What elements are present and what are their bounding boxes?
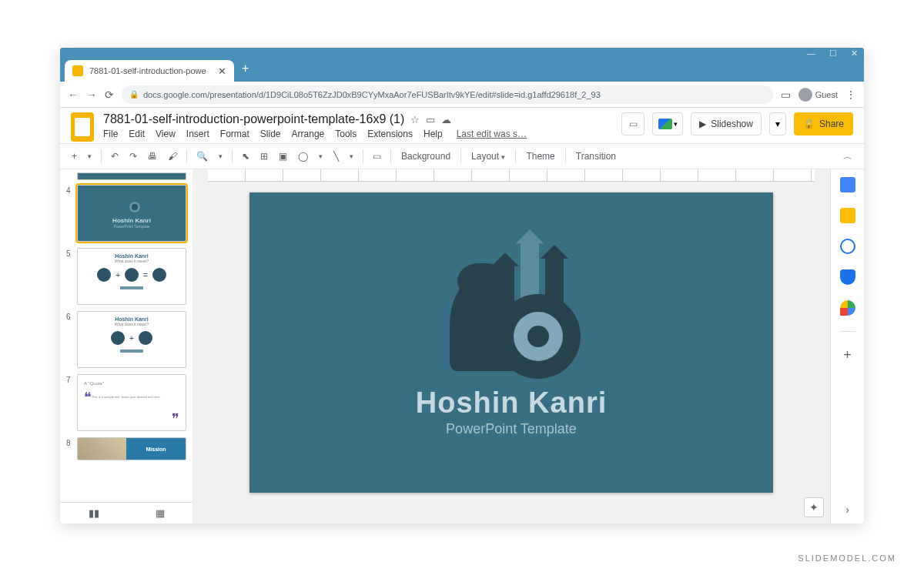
paint-format-button[interactable]: 🖌: [164, 149, 181, 164]
install-app-icon[interactable]: ▭: [781, 89, 791, 101]
slide-thumb-partial[interactable]: [77, 172, 186, 180]
separator: [565, 149, 566, 163]
menu-slide[interactable]: Slide: [260, 129, 281, 139]
target-icon: [496, 294, 581, 379]
filmstrip[interactable]: 4 Hoshin Kanri PowerPoint Template 5 Hos…: [60, 169, 192, 523]
play-icon: ▶: [699, 119, 706, 129]
meet-button[interactable]: ▾: [652, 112, 683, 135]
zoom-button[interactable]: 🔍: [192, 149, 212, 164]
new-slide-button[interactable]: +: [68, 149, 81, 164]
shape-tool[interactable]: ◯: [294, 149, 312, 164]
close-tab-icon[interactable]: ✕: [218, 65, 226, 77]
slide-thumb-5[interactable]: 5 Hoshin Kanri What does it mean? +=: [66, 248, 186, 305]
select-tool[interactable]: ⬉: [238, 149, 253, 164]
zoom-caret[interactable]: ▾: [215, 150, 226, 162]
close-window-button[interactable]: ✕: [851, 49, 858, 59]
tab-title: 7881-01-self-introduction-powe: [89, 66, 212, 75]
slides-logo-icon[interactable]: [71, 112, 94, 142]
grid-view-button[interactable]: ▦: [156, 507, 165, 519]
menu-file[interactable]: File: [103, 129, 118, 139]
new-slide-caret[interactable]: ▾: [84, 150, 95, 162]
lock-icon: 🔒: [129, 90, 139, 99]
undo-button[interactable]: ↶: [107, 149, 122, 164]
collapse-toolbar-button[interactable]: ︿: [839, 148, 856, 166]
slideshow-options-button[interactable]: ▾: [769, 112, 786, 135]
address-bar-row: ← → ⟳ 🔒 docs.google.com/presentation/d/1…: [60, 82, 864, 108]
slide-subtitle[interactable]: PowerPoint Template: [446, 421, 577, 437]
print-button[interactable]: 🖶: [144, 149, 161, 164]
keep-icon[interactable]: [840, 208, 855, 223]
reload-button[interactable]: ⟳: [105, 89, 114, 101]
line-caret[interactable]: ▾: [346, 150, 357, 162]
separator: [232, 149, 233, 163]
slide-graphic: [434, 248, 588, 379]
slideshow-button[interactable]: ▶ Slideshow: [691, 112, 762, 135]
browser-tab[interactable]: 7881-01-self-introduction-powe ✕: [65, 60, 234, 82]
cloud-status-icon[interactable]: ☁: [441, 114, 451, 125]
separator: [515, 149, 516, 163]
menu-edit[interactable]: Edit: [129, 129, 145, 139]
slide-thumb-6[interactable]: 6 Hoshin Kanri What does it mean? +: [66, 311, 186, 368]
background-button[interactable]: Background: [397, 149, 455, 164]
layout-button[interactable]: Layout ▾: [467, 149, 510, 164]
menu-insert[interactable]: Insert: [186, 129, 209, 139]
textbox-tool[interactable]: ⊞: [256, 149, 272, 164]
menu-format[interactable]: Format: [220, 129, 249, 139]
browser-menu-icon[interactable]: ⋮: [845, 89, 856, 101]
avatar-icon: [798, 88, 812, 102]
add-addon-button[interactable]: +: [843, 347, 852, 363]
star-icon[interactable]: ☆: [410, 114, 420, 125]
theme-button[interactable]: Theme: [521, 149, 559, 164]
back-button[interactable]: ←: [68, 89, 79, 101]
shape-caret[interactable]: ▾: [315, 150, 326, 162]
separator: [390, 149, 391, 163]
thumb-title: Hoshin Kanri: [82, 316, 181, 322]
separator: [840, 331, 855, 332]
browser-body: ← → ⟳ 🔒 docs.google.com/presentation/d/1…: [60, 82, 864, 523]
share-button[interactable]: 🔒 Share: [794, 112, 853, 135]
thumb-title: A "Quote": [84, 381, 179, 386]
line-tool[interactable]: ╲: [330, 149, 343, 164]
hide-panel-button[interactable]: ›: [845, 503, 849, 516]
slide-thumb-4[interactable]: 4 Hoshin Kanri PowerPoint Template: [66, 185, 186, 242]
contacts-icon[interactable]: [840, 269, 855, 285]
filmstrip-view-button[interactable]: ▮▮: [89, 507, 99, 519]
share-label: Share: [819, 119, 844, 129]
slides-app: 7881-01-self-introduction-powerpoint-tem…: [60, 108, 864, 523]
menu-help[interactable]: Help: [424, 129, 443, 139]
current-slide[interactable]: Hoshin Kanri PowerPoint Template: [249, 192, 773, 493]
slideshow-label: Slideshow: [711, 119, 753, 129]
thumb-title: Hoshin Kanri: [112, 217, 151, 224]
explore-button[interactable]: ✦: [804, 497, 824, 517]
add-comment-button[interactable]: ▭: [369, 149, 385, 164]
lock-icon: 🔒: [803, 119, 815, 129]
menu-tools[interactable]: Tools: [335, 129, 357, 139]
minimize-button[interactable]: —: [807, 49, 815, 58]
forward-button[interactable]: →: [86, 89, 97, 101]
new-tab-button[interactable]: +: [242, 62, 249, 75]
slide-title[interactable]: Hoshin Kanri: [416, 386, 607, 420]
slide-thumb-7[interactable]: 7 A "Quote" ❝ This is a sample text. Ins…: [66, 374, 186, 431]
thumb-subtitle: What does it mean?: [82, 259, 181, 263]
redo-button[interactable]: ↷: [126, 149, 141, 164]
slide-number: 6: [66, 311, 74, 368]
calendar-icon[interactable]: [840, 177, 855, 192]
address-bar[interactable]: 🔒 docs.google.com/presentation/d/1D9CiL0…: [122, 85, 773, 104]
menu-arrange[interactable]: Arrange: [292, 129, 325, 139]
move-icon[interactable]: ▭: [426, 114, 435, 125]
slide-number: 5: [66, 248, 74, 305]
menubar: File Edit View Insert Format Slide Arran…: [103, 129, 621, 139]
slide-thumb-8[interactable]: 8 Mission: [66, 437, 186, 460]
profile-button[interactable]: Guest: [798, 88, 838, 102]
menu-extensions[interactable]: Extensions: [367, 129, 413, 139]
tasks-icon[interactable]: [840, 239, 855, 254]
slide-canvas-area[interactable]: Hoshin Kanri PowerPoint Template ✦: [192, 169, 830, 523]
image-tool[interactable]: ▣: [275, 149, 291, 164]
document-title[interactable]: 7881-01-self-introduction-powerpoint-tem…: [103, 112, 404, 126]
maximize-button[interactable]: ☐: [829, 49, 837, 59]
menu-view[interactable]: View: [156, 129, 176, 139]
maps-icon[interactable]: [840, 300, 855, 316]
transition-button[interactable]: Transition: [571, 149, 621, 164]
comment-history-button[interactable]: ▭: [621, 112, 644, 135]
last-edit-status[interactable]: Last edit was s…: [457, 129, 527, 139]
